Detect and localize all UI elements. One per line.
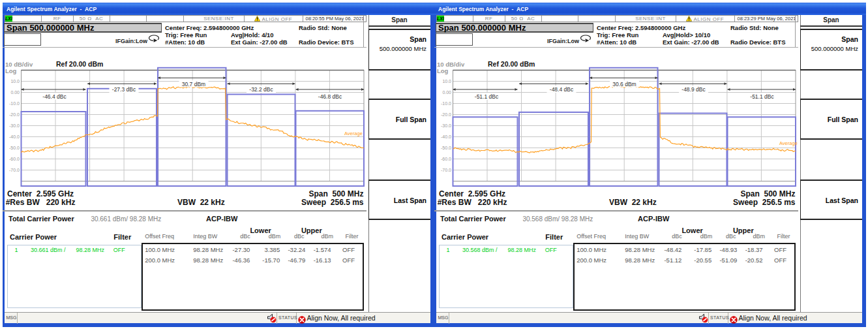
svg-text:-30.0: -30.0 — [441, 123, 451, 128]
svg-text:Average: Average — [344, 131, 363, 136]
svg-text:-70.0: -70.0 — [441, 168, 451, 172]
svg-text:0.00: 0.00 — [442, 90, 451, 95]
svg-text:-40.0: -40.0 — [9, 134, 20, 139]
svg-text:-51.1 dBc: -51.1 dBc — [475, 93, 499, 100]
svg-text:Average: Average — [779, 140, 798, 146]
svg-text:-32.2 dBc: -32.2 dBc — [249, 86, 273, 93]
svg-text:-40.0: -40.0 — [441, 134, 451, 139]
svg-text:-60.0: -60.0 — [9, 157, 20, 161]
svg-text:10.0: 10.0 — [10, 79, 20, 84]
svg-text:-48.9 dBc: -48.9 dBc — [681, 86, 706, 93]
svg-text:-30.0: -30.0 — [9, 123, 20, 128]
svg-text:-51.1 dBc: -51.1 dBc — [750, 93, 774, 100]
svg-text:10.0: 10.0 — [442, 79, 451, 84]
svg-text:-60.0: -60.0 — [441, 157, 451, 161]
svg-text:30.7 dBm: 30.7 dBm — [182, 81, 205, 87]
svg-text:-70.0: -70.0 — [9, 168, 20, 172]
svg-text:-27.3 dBc: -27.3 dBc — [112, 86, 136, 93]
svg-text:-20.0: -20.0 — [441, 112, 451, 117]
svg-text:-46.4 dBc: -46.4 dBc — [42, 93, 67, 100]
svg-text:0.00: 0.00 — [10, 90, 20, 95]
svg-text:-50.0: -50.0 — [9, 146, 20, 150]
svg-text:-48.4 dBc: -48.4 dBc — [550, 86, 574, 93]
svg-text:-46.8 dBc: -46.8 dBc — [318, 93, 342, 100]
svg-text:-10.0: -10.0 — [9, 101, 20, 106]
svg-text:-10.0: -10.0 — [441, 101, 451, 106]
svg-text:-50.0: -50.0 — [441, 146, 451, 150]
svg-text:-20.0: -20.0 — [9, 112, 20, 117]
svg-text:30.6 dBm: 30.6 dBm — [612, 81, 636, 87]
